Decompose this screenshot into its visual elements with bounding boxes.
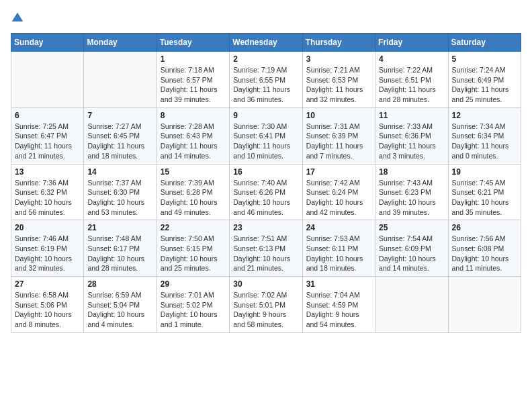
day-info: Sunrise: 7:21 AM Sunset: 6:53 PM Dayligh… bbox=[306, 65, 371, 105]
calendar-cell: 6Sunrise: 7:25 AM Sunset: 6:47 PM Daylig… bbox=[11, 107, 84, 164]
day-number: 24 bbox=[306, 223, 371, 232]
day-info: Sunrise: 6:58 AM Sunset: 5:06 PM Dayligh… bbox=[15, 290, 80, 330]
calendar-cell bbox=[84, 52, 157, 108]
day-info: Sunrise: 7:56 AM Sunset: 6:08 PM Dayligh… bbox=[452, 234, 517, 273]
calendar-cell: 3Sunrise: 7:21 AM Sunset: 6:53 PM Daylig… bbox=[302, 52, 375, 108]
day-info: Sunrise: 7:45 AM Sunset: 6:21 PM Dayligh… bbox=[452, 178, 517, 218]
calendar-header-row: SundayMondayTuesdayWednesdayThursdayFrid… bbox=[11, 34, 521, 52]
calendar-cell bbox=[11, 52, 84, 108]
calendar-cell: 11Sunrise: 7:33 AM Sunset: 6:36 PM Dayli… bbox=[375, 107, 448, 164]
day-number: 23 bbox=[233, 223, 298, 232]
calendar-cell: 24Sunrise: 7:53 AM Sunset: 6:11 PM Dayli… bbox=[302, 220, 375, 277]
calendar-cell: 20Sunrise: 7:46 AM Sunset: 6:19 PM Dayli… bbox=[11, 220, 84, 277]
calendar-cell: 25Sunrise: 7:54 AM Sunset: 6:09 PM Dayli… bbox=[375, 220, 448, 277]
day-number: 19 bbox=[452, 167, 517, 177]
calendar-cell: 26Sunrise: 7:56 AM Sunset: 6:08 PM Dayli… bbox=[448, 220, 521, 277]
day-info: Sunrise: 7:24 AM Sunset: 6:49 PM Dayligh… bbox=[452, 65, 517, 105]
day-info: Sunrise: 7:19 AM Sunset: 6:55 PM Dayligh… bbox=[233, 65, 298, 105]
day-info: Sunrise: 7:50 AM Sunset: 6:15 PM Dayligh… bbox=[161, 234, 226, 273]
calendar-cell bbox=[448, 277, 521, 333]
calendar-cell: 17Sunrise: 7:42 AM Sunset: 6:24 PM Dayli… bbox=[302, 164, 375, 220]
day-number: 28 bbox=[87, 279, 152, 289]
calendar-cell: 5Sunrise: 7:24 AM Sunset: 6:49 PM Daylig… bbox=[448, 52, 521, 108]
calendar-cell bbox=[375, 277, 448, 333]
calendar-cell: 8Sunrise: 7:28 AM Sunset: 6:43 PM Daylig… bbox=[157, 107, 229, 164]
weekday-header-friday: Friday bbox=[375, 34, 448, 52]
calendar-cell: 15Sunrise: 7:39 AM Sunset: 6:28 PM Dayli… bbox=[157, 164, 229, 220]
calendar-week-row: 20Sunrise: 7:46 AM Sunset: 6:19 PM Dayli… bbox=[11, 220, 521, 277]
calendar-cell: 14Sunrise: 7:37 AM Sunset: 6:30 PM Dayli… bbox=[84, 164, 157, 220]
weekday-header-saturday: Saturday bbox=[448, 34, 521, 52]
logo bbox=[11, 11, 27, 25]
day-info: Sunrise: 7:42 AM Sunset: 6:24 PM Dayligh… bbox=[306, 178, 371, 218]
svg-marker-0 bbox=[12, 12, 24, 21]
day-info: Sunrise: 7:30 AM Sunset: 6:41 PM Dayligh… bbox=[233, 122, 298, 161]
calendar-cell: 22Sunrise: 7:50 AM Sunset: 6:15 PM Dayli… bbox=[157, 220, 229, 277]
day-number: 31 bbox=[306, 279, 371, 289]
day-info: Sunrise: 7:02 AM Sunset: 5:01 PM Dayligh… bbox=[233, 290, 298, 330]
day-info: Sunrise: 7:31 AM Sunset: 6:39 PM Dayligh… bbox=[306, 122, 371, 161]
day-number: 1 bbox=[161, 54, 226, 64]
day-info: Sunrise: 7:27 AM Sunset: 6:45 PM Dayligh… bbox=[87, 122, 152, 161]
day-number: 27 bbox=[15, 279, 80, 289]
weekday-header-sunday: Sunday bbox=[11, 34, 84, 52]
day-info: Sunrise: 7:46 AM Sunset: 6:19 PM Dayligh… bbox=[15, 234, 80, 273]
calendar-cell: 19Sunrise: 7:45 AM Sunset: 6:21 PM Dayli… bbox=[448, 164, 521, 220]
day-number: 6 bbox=[15, 111, 80, 120]
day-number: 25 bbox=[379, 223, 444, 232]
day-number: 21 bbox=[87, 223, 152, 232]
day-number: 9 bbox=[233, 111, 298, 120]
page-header bbox=[11, 11, 521, 25]
day-info: Sunrise: 7:25 AM Sunset: 6:47 PM Dayligh… bbox=[15, 122, 80, 161]
day-info: Sunrise: 7:04 AM Sunset: 4:59 PM Dayligh… bbox=[306, 290, 371, 330]
weekday-header-tuesday: Tuesday bbox=[157, 34, 229, 52]
day-number: 29 bbox=[161, 279, 226, 289]
day-number: 10 bbox=[306, 111, 371, 120]
day-info: Sunrise: 7:33 AM Sunset: 6:36 PM Dayligh… bbox=[379, 122, 444, 161]
day-info: Sunrise: 7:22 AM Sunset: 6:51 PM Dayligh… bbox=[379, 65, 444, 105]
calendar-cell: 4Sunrise: 7:22 AM Sunset: 6:51 PM Daylig… bbox=[375, 52, 448, 108]
day-number: 7 bbox=[87, 111, 152, 120]
day-info: Sunrise: 7:48 AM Sunset: 6:17 PM Dayligh… bbox=[87, 234, 152, 273]
day-info: Sunrise: 6:59 AM Sunset: 5:04 PM Dayligh… bbox=[87, 290, 152, 330]
calendar-cell: 7Sunrise: 7:27 AM Sunset: 6:45 PM Daylig… bbox=[84, 107, 157, 164]
calendar-week-row: 27Sunrise: 6:58 AM Sunset: 5:06 PM Dayli… bbox=[11, 277, 521, 333]
logo-icon bbox=[11, 11, 24, 25]
day-number: 2 bbox=[233, 54, 298, 64]
calendar-week-row: 6Sunrise: 7:25 AM Sunset: 6:47 PM Daylig… bbox=[11, 107, 521, 164]
day-number: 11 bbox=[379, 111, 444, 120]
day-info: Sunrise: 7:54 AM Sunset: 6:09 PM Dayligh… bbox=[379, 234, 444, 273]
day-number: 4 bbox=[379, 54, 444, 64]
calendar-cell: 18Sunrise: 7:43 AM Sunset: 6:23 PM Dayli… bbox=[375, 164, 448, 220]
calendar-cell: 9Sunrise: 7:30 AM Sunset: 6:41 PM Daylig… bbox=[230, 107, 302, 164]
calendar-cell: 28Sunrise: 6:59 AM Sunset: 5:04 PM Dayli… bbox=[84, 277, 157, 333]
day-number: 13 bbox=[15, 167, 80, 177]
calendar-week-row: 13Sunrise: 7:36 AM Sunset: 6:32 PM Dayli… bbox=[11, 164, 521, 220]
day-info: Sunrise: 7:51 AM Sunset: 6:13 PM Dayligh… bbox=[233, 234, 298, 273]
day-info: Sunrise: 7:01 AM Sunset: 5:02 PM Dayligh… bbox=[161, 290, 226, 330]
calendar-cell: 29Sunrise: 7:01 AM Sunset: 5:02 PM Dayli… bbox=[157, 277, 229, 333]
calendar-table: SundayMondayTuesdayWednesdayThursdayFrid… bbox=[11, 33, 521, 333]
calendar-cell: 30Sunrise: 7:02 AM Sunset: 5:01 PM Dayli… bbox=[230, 277, 302, 333]
calendar-cell: 2Sunrise: 7:19 AM Sunset: 6:55 PM Daylig… bbox=[230, 52, 302, 108]
weekday-header-wednesday: Wednesday bbox=[230, 34, 302, 52]
day-number: 15 bbox=[161, 167, 226, 177]
calendar-cell: 1Sunrise: 7:18 AM Sunset: 6:57 PM Daylig… bbox=[157, 52, 229, 108]
day-info: Sunrise: 7:53 AM Sunset: 6:11 PM Dayligh… bbox=[306, 234, 371, 273]
day-info: Sunrise: 7:43 AM Sunset: 6:23 PM Dayligh… bbox=[379, 178, 444, 218]
day-info: Sunrise: 7:36 AM Sunset: 6:32 PM Dayligh… bbox=[15, 178, 80, 218]
calendar-cell: 27Sunrise: 6:58 AM Sunset: 5:06 PM Dayli… bbox=[11, 277, 84, 333]
day-number: 8 bbox=[161, 111, 226, 120]
day-info: Sunrise: 7:39 AM Sunset: 6:28 PM Dayligh… bbox=[161, 178, 226, 218]
day-info: Sunrise: 7:40 AM Sunset: 6:26 PM Dayligh… bbox=[233, 178, 298, 218]
day-info: Sunrise: 7:28 AM Sunset: 6:43 PM Dayligh… bbox=[161, 122, 226, 161]
day-number: 14 bbox=[87, 167, 152, 177]
day-number: 17 bbox=[306, 167, 371, 177]
day-info: Sunrise: 7:37 AM Sunset: 6:30 PM Dayligh… bbox=[87, 178, 152, 218]
day-info: Sunrise: 7:18 AM Sunset: 6:57 PM Dayligh… bbox=[161, 65, 226, 105]
day-number: 12 bbox=[452, 111, 517, 120]
day-number: 22 bbox=[161, 223, 226, 232]
weekday-header-monday: Monday bbox=[84, 34, 157, 52]
day-number: 20 bbox=[15, 223, 80, 232]
day-number: 5 bbox=[452, 54, 517, 64]
